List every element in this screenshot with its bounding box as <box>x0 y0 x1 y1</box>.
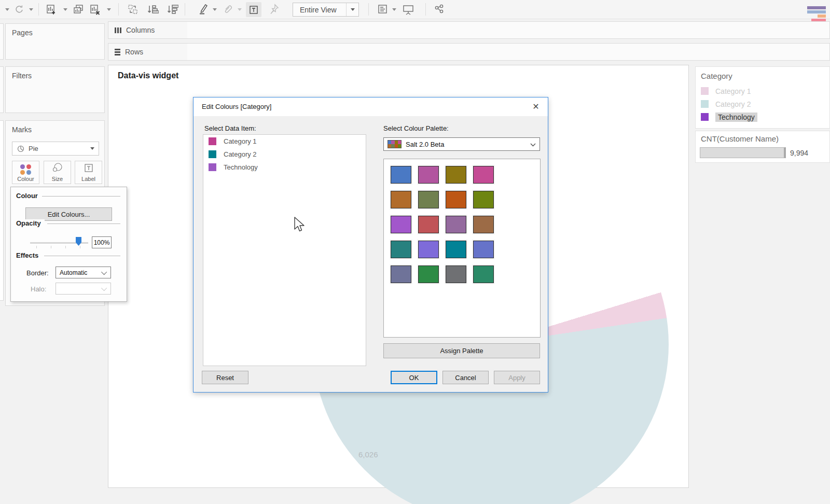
opacity-value-field[interactable]: 100% <box>92 236 112 248</box>
pages-shelf[interactable]: Pages <box>5 23 105 60</box>
text-label-icon[interactable] <box>246 2 261 17</box>
legend-item-label: Category 2 <box>715 100 751 108</box>
colour-dots-icon <box>20 164 32 175</box>
pie-value-label: 6,026 <box>358 450 378 459</box>
toolbar-separator <box>425 3 426 16</box>
palette-swatch[interactable] <box>473 191 494 208</box>
colour-popup: Colour Edit Colours... Opacity 100% Effe… <box>10 187 127 302</box>
palette-swatch[interactable] <box>391 265 411 283</box>
clear-sheet-caret[interactable] <box>106 0 112 19</box>
cancel-button[interactable]: Cancel <box>442 371 489 384</box>
highlight-pen-icon[interactable] <box>196 0 211 19</box>
palette-swatch[interactable] <box>391 216 411 233</box>
palette-swatch[interactable] <box>473 265 494 283</box>
palette-swatch[interactable] <box>446 191 466 208</box>
show-me-icon[interactable] <box>376 0 390 19</box>
data-item-row[interactable]: Technology <box>203 161 366 174</box>
sort-descending-icon[interactable] <box>165 0 179 19</box>
data-item-row[interactable]: Category 2 <box>203 148 366 161</box>
legend-swatch <box>701 113 709 121</box>
palette-swatch[interactable] <box>446 265 466 283</box>
filters-shelf[interactable]: Filters <box>5 66 105 113</box>
palette-swatch[interactable] <box>391 191 411 208</box>
legend-swatch <box>701 100 709 108</box>
data-pane-bars-icon[interactable] <box>807 6 826 23</box>
measure-range-slider[interactable] <box>700 147 786 158</box>
border-select[interactable]: Automatic <box>56 267 111 278</box>
palette-swatch[interactable] <box>418 241 439 258</box>
refresh-dropdown-caret[interactable] <box>28 0 34 19</box>
share-icon[interactable] <box>432 0 447 19</box>
new-worksheet-caret[interactable] <box>62 0 68 19</box>
close-icon[interactable]: ✕ <box>530 101 542 113</box>
show-me-caret[interactable] <box>391 0 397 19</box>
columns-shelf-field[interactable] <box>187 21 830 39</box>
paperclip-caret <box>237 0 243 19</box>
legend-item[interactable]: Category 1 <box>696 85 829 97</box>
mark-type-dropdown[interactable]: Pie <box>12 142 99 156</box>
data-item-list[interactable]: Category 1Category 2Technology <box>203 134 366 366</box>
refresh-icon[interactable] <box>12 0 26 19</box>
palette-dropdown[interactable]: Salt 2.0 Beta <box>383 137 540 151</box>
palette-swatch[interactable] <box>418 166 439 184</box>
palette-swatch[interactable] <box>446 166 466 184</box>
label-button[interactable]: Label <box>75 161 102 184</box>
size-button[interactable]: Size <box>44 161 71 184</box>
halo-select <box>56 283 111 295</box>
undo-dropdown-caret[interactable] <box>4 0 10 19</box>
effects-section-header: Effects <box>16 251 42 259</box>
colour-button-label: Colour <box>17 176 34 182</box>
palette-swatch[interactable] <box>446 241 466 258</box>
measure-card: CNT(Customer Name) 9,994 <box>695 131 830 163</box>
reset-button[interactable]: Reset <box>202 371 248 384</box>
swap-axes-icon[interactable] <box>126 0 140 19</box>
legend-item[interactable]: Technology <box>696 110 829 123</box>
palette-swatch[interactable] <box>391 166 411 184</box>
new-worksheet-icon[interactable] <box>45 0 58 19</box>
ok-button[interactable]: OK <box>391 371 437 384</box>
legend-item[interactable]: Category 2 <box>696 97 829 110</box>
rows-text: Rows <box>125 48 143 56</box>
colour-button[interactable]: Colour <box>12 161 39 184</box>
mark-type-caret[interactable] <box>86 142 99 155</box>
size-button-label: Size <box>52 176 63 182</box>
toolbar-separator <box>185 3 185 16</box>
size-icon <box>51 162 64 175</box>
palette-swatch[interactable] <box>446 216 466 233</box>
collapsed-pane-edge <box>0 66 4 113</box>
columns-shelf-label: Columns <box>108 21 188 39</box>
apply-button[interactable]: Apply <box>494 371 540 384</box>
mark-type-value: Pie <box>24 145 86 152</box>
collapsed-pane-edge <box>0 120 4 301</box>
chevron-down-icon <box>526 139 540 149</box>
palette-swatch[interactable] <box>473 241 494 258</box>
toolbar-separator <box>118 3 119 16</box>
palette-swatch[interactable] <box>418 265 439 283</box>
toolbar-separator <box>368 3 369 16</box>
rows-shelf-field[interactable] <box>187 43 830 61</box>
sort-ascending-icon[interactable] <box>145 0 160 19</box>
paperclip-icon <box>221 0 234 19</box>
palette-thumbnail-icon <box>388 140 402 148</box>
view-mode-dropdown[interactable]: Entire View <box>293 3 359 17</box>
clear-sheet-icon[interactable] <box>88 0 102 19</box>
section-rule <box>42 196 120 197</box>
measure-title: CNT(Customer Name) <box>696 131 829 143</box>
dialog-titlebar[interactable]: Edit Colours [Category] ✕ <box>193 97 548 116</box>
palette-swatch[interactable] <box>391 241 411 258</box>
highlight-pen-caret[interactable] <box>212 0 218 19</box>
legend-title: Category <box>696 67 829 80</box>
view-mode-caret[interactable] <box>346 3 358 16</box>
pin-icon <box>267 0 281 19</box>
palette-swatch[interactable] <box>418 216 439 233</box>
duplicate-sheet-icon[interactable] <box>72 0 85 19</box>
palette-swatch[interactable] <box>473 216 494 233</box>
slider-tick <box>51 246 51 248</box>
data-item-row[interactable]: Category 1 <box>203 135 366 148</box>
data-item-label: Category 1 <box>224 137 257 145</box>
palette-swatch[interactable] <box>473 166 494 184</box>
presentation-icon[interactable] <box>400 0 416 19</box>
opacity-slider-handle[interactable] <box>76 237 81 246</box>
palette-swatch[interactable] <box>418 191 439 208</box>
assign-palette-button[interactable]: Assign Palette <box>383 343 540 358</box>
